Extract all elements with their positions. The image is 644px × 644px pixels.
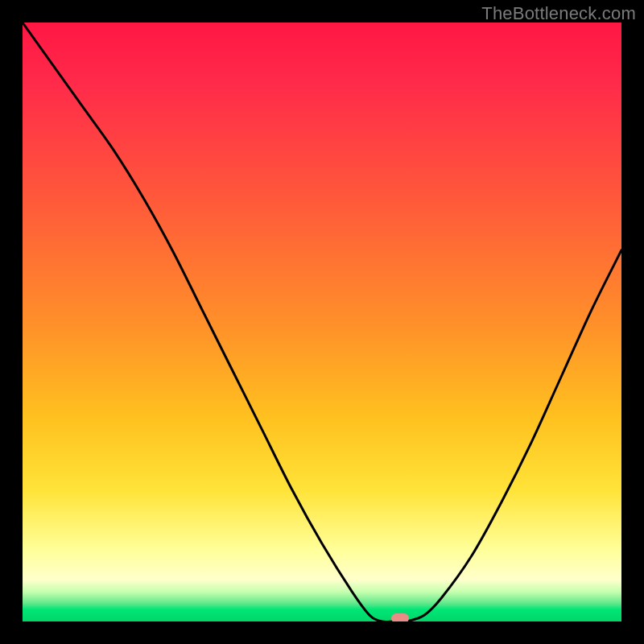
optimal-marker (391, 613, 409, 621)
plot-area (23, 23, 621, 621)
chart-frame: TheBottleneck.com (0, 0, 644, 644)
bottleneck-curve (23, 23, 621, 621)
curve-layer (23, 23, 621, 621)
watermark-text: TheBottleneck.com (481, 3, 636, 24)
